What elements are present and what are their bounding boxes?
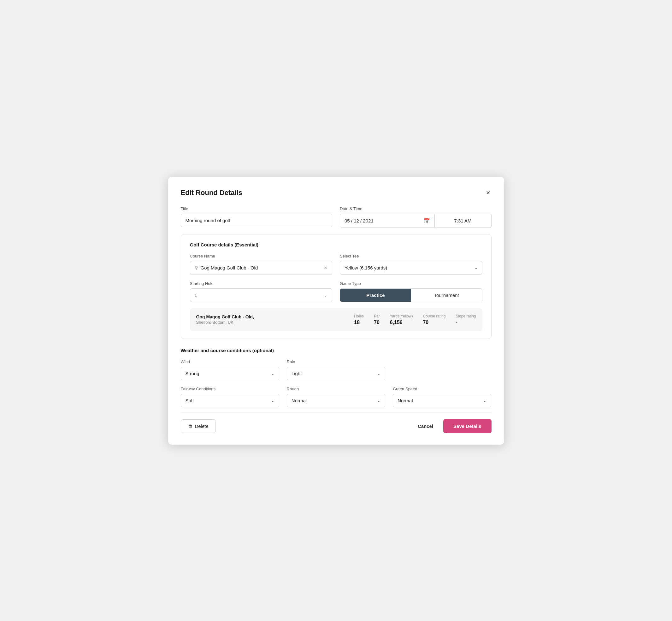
game-type-toggle: Practice Tournament: [340, 288, 482, 302]
starting-hole-value: 1: [195, 292, 197, 298]
hole-gametype-row: Starting Hole 1 ⌄ Game Type Practice Tou…: [190, 281, 482, 302]
stat-par: Par 70: [374, 314, 380, 325]
green-speed-dropdown[interactable]: Normal ⌄: [393, 394, 491, 407]
holes-label: Holes: [354, 314, 364, 318]
date-value: 05 / 12 / 2021: [344, 218, 374, 223]
fairway-label: Fairway Conditions: [181, 386, 279, 391]
course-info-box: Gog Magog Golf Club - Old, Shelford Bott…: [190, 308, 482, 331]
practice-button[interactable]: Practice: [340, 289, 411, 302]
select-tee-dropdown[interactable]: Yellow (6,156 yards) ⌄: [340, 261, 482, 275]
rain-value: Light: [292, 371, 302, 376]
title-group: Title: [181, 206, 333, 227]
modal-footer: 🗑 Delete Cancel Save Details: [181, 412, 492, 433]
game-type-label: Game Type: [340, 281, 482, 286]
par-value: 70: [374, 320, 380, 325]
yards-label: Yards(Yellow): [390, 314, 413, 318]
stat-yards: Yards(Yellow) 6,156: [390, 314, 413, 325]
wind-group: Wind Strong ⌄: [181, 360, 279, 380]
chevron-down-icon: ⌄: [474, 265, 478, 270]
course-name-group: Course Name ⚲ ✕: [190, 254, 333, 275]
clear-icon[interactable]: ✕: [324, 265, 328, 271]
cancel-button[interactable]: Cancel: [415, 420, 436, 432]
yards-value: 6,156: [390, 320, 403, 325]
rain-dropdown[interactable]: Light ⌄: [287, 367, 385, 380]
weather-section-title: Weather and course conditions (optional): [181, 348, 492, 353]
wind-label: Wind: [181, 360, 279, 364]
course-name-search[interactable]: ⚲ ✕: [190, 261, 333, 275]
stat-holes: Holes 18: [354, 314, 364, 325]
course-tee-row: Course Name ⚲ ✕ Select Tee Yellow (6,156…: [190, 254, 482, 275]
chevron-down-icon-2: ⌄: [324, 293, 328, 298]
close-button[interactable]: ×: [485, 188, 492, 198]
calendar-icon: 📅: [424, 218, 430, 224]
wind-dropdown[interactable]: Strong ⌄: [181, 367, 279, 380]
chevron-down-icon-fairway: ⌄: [271, 398, 275, 403]
fairway-value: Soft: [185, 398, 194, 403]
date-time-inputs: 05 / 12 / 2021 📅 7:31 AM: [340, 214, 492, 228]
fairway-rough-green-row: Fairway Conditions Soft ⌄ Rough Normal ⌄…: [181, 386, 492, 407]
time-input[interactable]: 7:31 AM: [435, 214, 492, 228]
course-info-name-block: Gog Magog Golf Club - Old, Shelford Bott…: [196, 314, 354, 325]
select-tee-label: Select Tee: [340, 254, 482, 258]
rain-group: Rain Light ⌄: [287, 360, 385, 380]
date-input[interactable]: 05 / 12 / 2021 📅: [340, 214, 435, 228]
green-speed-value: Normal: [397, 398, 413, 403]
tournament-button[interactable]: Tournament: [411, 289, 482, 302]
wind-rain-row: Wind Strong ⌄ Rain Light ⌄: [181, 360, 492, 380]
par-label: Par: [374, 314, 380, 318]
slope-rating-value: -: [456, 320, 457, 325]
starting-hole-label: Starting Hole: [190, 281, 333, 286]
select-tee-value: Yellow (6,156 yards): [344, 265, 387, 271]
rough-label: Rough: [287, 386, 385, 391]
footer-right: Cancel Save Details: [415, 419, 492, 433]
time-value: 7:31 AM: [454, 218, 471, 223]
green-speed-group: Green Speed Normal ⌄: [393, 386, 491, 407]
modal-header: Edit Round Details ×: [181, 188, 492, 198]
fairway-group: Fairway Conditions Soft ⌄: [181, 386, 279, 407]
starting-hole-group: Starting Hole 1 ⌄: [190, 281, 333, 302]
edit-round-modal: Edit Round Details × Title Date & Time 0…: [168, 177, 504, 445]
save-details-button[interactable]: Save Details: [443, 419, 491, 433]
weather-section: Weather and course conditions (optional)…: [181, 348, 492, 407]
chevron-down-icon-green: ⌄: [483, 398, 487, 403]
slope-rating-label: Slope rating: [456, 314, 476, 318]
modal-title: Edit Round Details: [181, 189, 243, 197]
course-stats: Holes 18 Par 70 Yards(Yellow) 6,156 Cour…: [354, 314, 476, 325]
rough-value: Normal: [292, 398, 307, 403]
starting-hole-dropdown[interactable]: 1 ⌄: [190, 288, 333, 302]
stat-slope-rating: Slope rating -: [456, 314, 476, 325]
chevron-down-icon-rain: ⌄: [377, 371, 380, 376]
golf-course-section: Golf Course details (Essential) Course N…: [181, 234, 492, 339]
select-tee-group: Select Tee Yellow (6,156 yards) ⌄: [340, 254, 482, 275]
delete-button[interactable]: 🗑 Delete: [181, 419, 216, 433]
course-name-label: Course Name: [190, 254, 333, 258]
title-datetime-row: Title Date & Time 05 / 12 / 2021 📅 7:31 …: [181, 206, 492, 228]
title-label: Title: [181, 206, 333, 211]
stat-course-rating: Course rating 70: [423, 314, 446, 325]
course-rating-value: 70: [423, 320, 428, 325]
delete-label: Delete: [195, 423, 209, 429]
course-full-name: Gog Magog Golf Club - Old,: [196, 314, 354, 319]
rough-dropdown[interactable]: Normal ⌄: [287, 394, 385, 407]
datetime-group: Date & Time 05 / 12 / 2021 📅 7:31 AM: [340, 206, 492, 228]
title-input[interactable]: [181, 214, 333, 227]
fairway-dropdown[interactable]: Soft ⌄: [181, 394, 279, 407]
green-speed-label: Green Speed: [393, 386, 491, 391]
search-icon: ⚲: [195, 265, 198, 271]
chevron-down-icon-rough: ⌄: [377, 398, 380, 403]
wind-value: Strong: [185, 371, 199, 376]
course-rating-label: Course rating: [423, 314, 446, 318]
game-type-group: Game Type Practice Tournament: [340, 281, 482, 302]
course-name-input[interactable]: [201, 265, 322, 271]
rain-label: Rain: [287, 360, 385, 364]
course-location: Shelford Bottom, UK: [196, 320, 354, 325]
rough-group: Rough Normal ⌄: [287, 386, 385, 407]
chevron-down-icon-wind: ⌄: [271, 371, 275, 376]
golf-course-title: Golf Course details (Essential): [190, 242, 482, 247]
holes-value: 18: [354, 320, 360, 325]
trash-icon: 🗑: [188, 423, 193, 428]
datetime-label: Date & Time: [340, 206, 492, 211]
